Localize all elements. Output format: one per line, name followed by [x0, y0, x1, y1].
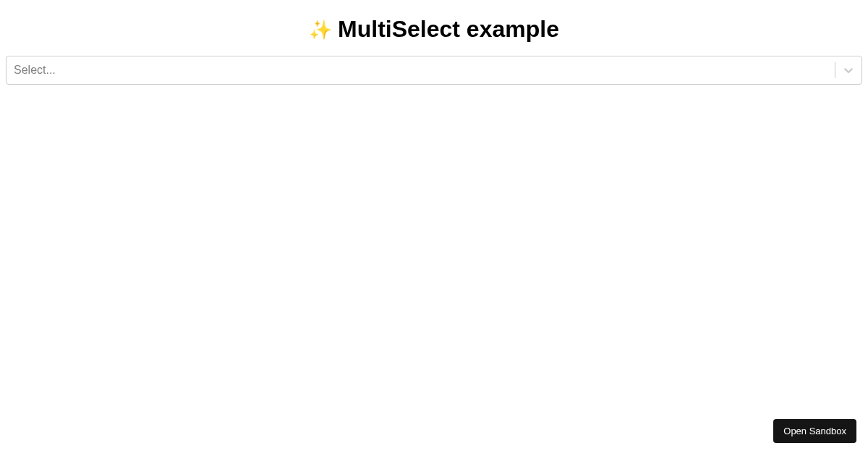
- multiselect-container: Select...: [6, 56, 862, 85]
- multiselect-indicators: [835, 56, 861, 84]
- page-header: ✨ MultiSelect example: [0, 0, 868, 56]
- sparkle-stars-icon: ✨: [309, 20, 332, 39]
- multiselect-placeholder: Select...: [7, 56, 835, 84]
- page-title-text: MultiSelect example: [338, 16, 559, 43]
- chevron-down-icon: [841, 63, 856, 77]
- multiselect-control[interactable]: Select...: [6, 56, 862, 85]
- page-title: ✨ MultiSelect example: [309, 16, 559, 43]
- dropdown-indicator[interactable]: [835, 57, 861, 83]
- open-sandbox-button[interactable]: Open Sandbox: [773, 419, 856, 443]
